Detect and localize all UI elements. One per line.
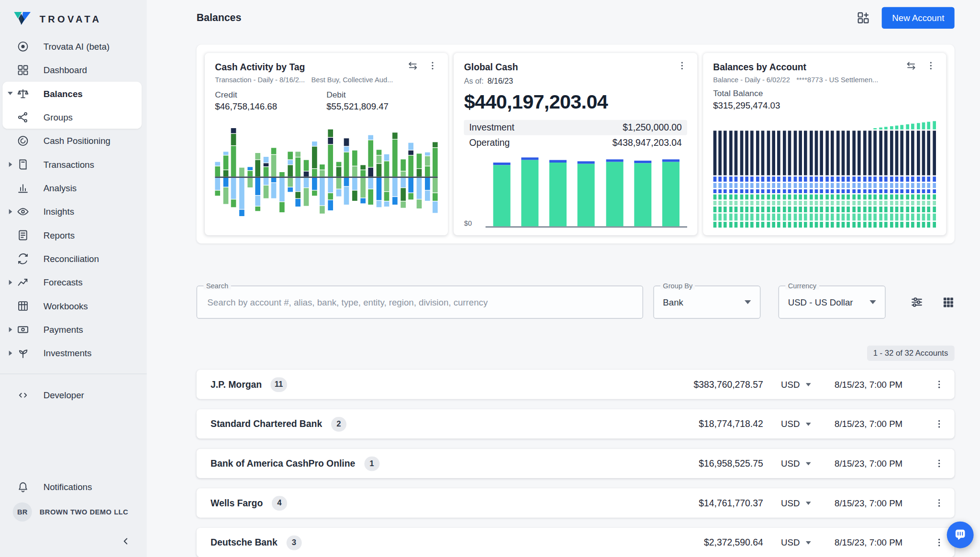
- account-row-jp-morgan[interactable]: J.P. Morgan 11 $383,760,278.57 USD 8/15/…: [197, 370, 955, 399]
- chart-segment: [745, 183, 748, 188]
- chart-segment: [745, 222, 748, 228]
- chart-segment: [425, 177, 430, 190]
- account-row-wells-fargo[interactable]: Wells Fargo 4 $14,761,770.37 USD 8/15/23…: [197, 488, 955, 517]
- row-currency-select[interactable]: USD: [781, 498, 818, 508]
- row-currency-select[interactable]: USD: [781, 459, 818, 469]
- sidebar-item-dashboard[interactable]: Dashboard: [0, 58, 147, 81]
- chart-segment: [922, 222, 925, 228]
- chart-segment: [724, 189, 727, 193]
- account-row-bank-of-america[interactable]: Bank of America CashPro Online 1 $16,958…: [197, 449, 955, 478]
- sidebar-item-balances[interactable]: Balances: [2, 82, 142, 105]
- chart-segment: [783, 201, 786, 205]
- collapse-sidebar-button[interactable]: [120, 535, 132, 547]
- chart-segment: [767, 222, 770, 228]
- chart-segment: [767, 183, 770, 188]
- sidebar-item-payments[interactable]: Payments: [0, 317, 147, 341]
- chart-segment: [360, 170, 366, 176]
- chat-launcher-button[interactable]: [947, 522, 974, 548]
- chart-segment: [890, 183, 893, 188]
- account-row-deutsche-bank[interactable]: Deutsche Bank 3 $2,372,590.64 USD 8/15/2…: [197, 528, 955, 557]
- sidebar-item-cash-positioning[interactable]: Cash Positioning: [0, 129, 147, 152]
- filter-bar: Search Group By Bank Currency USD - US D…: [197, 285, 955, 318]
- chart-segment: [906, 222, 909, 228]
- sidebar-item-trovata-ai[interactable]: Trovata AI (beta): [0, 34, 147, 58]
- chart-segment: [890, 126, 893, 130]
- group-by-select[interactable]: Group By Bank: [653, 285, 760, 318]
- sidebar-item-analysis[interactable]: Analysis: [0, 176, 147, 199]
- chart-segment: [879, 222, 882, 228]
- sidebar-item-transactions[interactable]: Transactions: [0, 153, 147, 176]
- chart-segment: [890, 222, 893, 228]
- account-row-standard-chartered[interactable]: Standard Chartered Bank 2 $18,774,718.42…: [197, 409, 955, 438]
- chart-segment: [788, 189, 791, 193]
- chart-segment: [724, 222, 727, 228]
- chart-segment: [271, 155, 277, 176]
- row-menu-button[interactable]: [934, 537, 944, 547]
- chart-segment: [820, 201, 824, 205]
- card-menu-button[interactable]: [677, 61, 687, 74]
- sidebar-item-forecasts[interactable]: Forecasts: [0, 270, 147, 294]
- swap-arrows-icon[interactable]: [905, 60, 917, 74]
- chart-segment: [879, 131, 882, 175]
- row-currency-select[interactable]: USD: [781, 379, 818, 389]
- row-menu-button[interactable]: [934, 498, 944, 508]
- swap-arrows-icon[interactable]: [407, 60, 419, 74]
- chart-segment: [772, 195, 775, 200]
- sidebar-bottom: Notifications BR BROWN TWO DEMO LLC: [0, 475, 147, 557]
- sidebar-item-notifications[interactable]: Notifications: [0, 475, 147, 498]
- card-menu-button[interactable]: [926, 61, 936, 74]
- chart-segment: [858, 131, 861, 175]
- sliders-icon[interactable]: [910, 295, 924, 309]
- row-currency-select[interactable]: USD: [781, 537, 818, 547]
- chart-segment: [901, 183, 904, 188]
- card-menu-button[interactable]: [428, 61, 438, 74]
- chart-segment: [392, 177, 398, 197]
- chart-segment: [761, 131, 765, 175]
- chart-segment: [916, 189, 920, 193]
- chart-segment: [842, 222, 845, 228]
- sidebar-item-developer[interactable]: Developer: [0, 383, 147, 406]
- sidebar-item-workbooks[interactable]: Workbooks: [0, 294, 147, 317]
- investment-row: Investment $1,250,000.00: [464, 120, 687, 135]
- chart-segment: [863, 214, 866, 221]
- chart-segment: [916, 222, 920, 228]
- sidebar-item-investments[interactable]: Investments: [0, 341, 147, 364]
- chart-segment: [863, 131, 866, 175]
- operating-row: Operating $438,947,203.04: [464, 135, 687, 151]
- new-account-button[interactable]: New Account: [882, 7, 955, 29]
- sidebar-item-groups[interactable]: Groups: [2, 105, 142, 129]
- chart-segment: [745, 214, 748, 221]
- row-menu-button[interactable]: [934, 459, 944, 469]
- chart-segment: [895, 222, 899, 228]
- row-menu-button[interactable]: [934, 419, 944, 429]
- chart-segment: [417, 153, 422, 168]
- chart-segment: [911, 201, 914, 205]
- chart-segment: [239, 210, 245, 216]
- chevron-right-icon: [9, 327, 12, 332]
- row-currency-select[interactable]: USD: [781, 419, 818, 429]
- balances-icon: [17, 87, 30, 100]
- chart-segment: [799, 176, 802, 182]
- chart-bar: [810, 131, 813, 228]
- chart-segment: [927, 183, 931, 188]
- sidebar-item-reports[interactable]: Reports: [0, 223, 147, 247]
- chart-bar: [836, 131, 840, 228]
- chart-segment: [231, 199, 236, 207]
- chart-bar: [433, 118, 438, 223]
- chart-segment: [336, 167, 341, 176]
- sidebar-item-insights[interactable]: Insights: [0, 199, 147, 223]
- dashboard-widgets-button[interactable]: [857, 11, 870, 25]
- chart-segment: [933, 195, 936, 200]
- dashboard-icon: [17, 64, 30, 76]
- chart-bar: [296, 118, 301, 223]
- chart-segment: [231, 177, 236, 199]
- grid-view-icon[interactable]: [942, 296, 955, 309]
- chart-segment: [810, 214, 813, 221]
- bank-name: Wells Fargo: [211, 498, 263, 508]
- user-account[interactable]: BR BROWN TWO DEMO LLC: [0, 499, 147, 525]
- currency-select[interactable]: Currency USD - US Dollar: [779, 285, 886, 318]
- row-menu-button[interactable]: [934, 379, 944, 389]
- search-input[interactable]: [206, 296, 634, 308]
- chart-segment: [933, 131, 936, 175]
- sidebar-item-reconciliation[interactable]: Reconciliation: [0, 247, 147, 270]
